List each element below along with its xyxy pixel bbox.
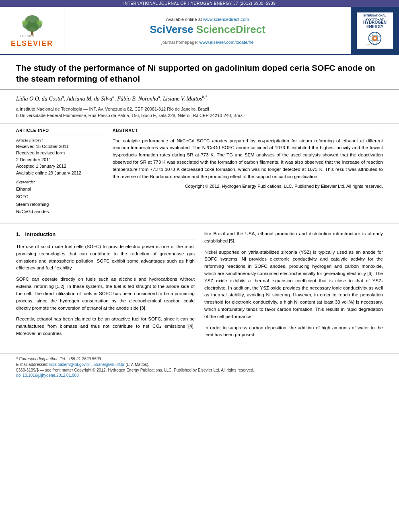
svg-point-5 — [22, 20, 28, 25]
header-center-block: Available online at www.sciencedirect.co… — [64, 7, 351, 54]
journal-homepage-text: journal homepage: www.elsevier.com/locat… — [161, 40, 253, 45]
accepted: Accepted 1 January 2012 — [16, 163, 105, 170]
abstract-heading: ABSTRACT — [113, 128, 383, 134]
article-info-block: ARTICLE INFO Article history: Received 1… — [16, 128, 105, 219]
svg-point-3 — [26, 23, 39, 32]
authors-section: Lídia O.O. da Costaa, Adriana M. da Silv… — [0, 90, 399, 123]
received-revised-date: 2 December 2011 — [16, 156, 105, 163]
received-1: Received 15 October 2011 — [16, 143, 105, 150]
intro-col2-paragraph-1: like Brazil and the USA, ethanol product… — [204, 230, 383, 245]
body-two-col: 1. Introduction The use of solid oxide f… — [16, 230, 383, 343]
elsevier-brand: ELSEVIER — [11, 39, 53, 48]
abstract-text: The catalytic performance of Ni/CeGd SOF… — [113, 138, 383, 181]
article-title-section: The study of the performance of Ni suppo… — [0, 55, 399, 90]
keywords-label: Keywords: — [16, 179, 105, 184]
body-right-col: like Brazil and the USA, ethanol product… — [204, 230, 383, 343]
abstract-block: ABSTRACT The catalytic performance of Ni… — [113, 128, 383, 219]
intro-paragraph-1: The use of solid oxide fuel cells (SOFC)… — [16, 243, 195, 272]
email-separator: , — [91, 362, 93, 367]
affiliation-a: a Instituto Nacional de Tecnologia — INT… — [16, 106, 383, 113]
elsevier-logo-block: ELSEVIER ELSEVIER — [0, 7, 64, 54]
journal-title-block: international journal of HYDROGEN ENERGY — [363, 14, 387, 29]
svg-point-10 — [374, 37, 376, 39]
journal-header: ELSEVIER ELSEVIER Available online at ww… — [0, 7, 399, 55]
keyword-3: Steam reforming — [16, 201, 105, 208]
journal-homepage-link[interactable]: www.elsevier.com/locate/he — [200, 40, 254, 45]
keywords-group: Keywords: Ethanol SOFC Steam reforming N… — [16, 179, 105, 216]
footer-email-line: E-mail addresses: lidia.oazem@int.gov.br… — [16, 362, 383, 367]
keyword-1: Ethanol — [16, 185, 105, 193]
corresponding-note: * Corresponding author. Tel.: +55 21 262… — [16, 357, 383, 361]
section-number: 1. — [16, 231, 21, 237]
authors-line: Lídia O.O. da Costaa, Adriana M. da Silv… — [16, 94, 383, 103]
body-left-col: 1. Introduction The use of solid oxide f… — [16, 230, 195, 343]
keyword-2: SOFC — [16, 193, 105, 201]
introduction-heading: 1. Introduction — [16, 230, 195, 240]
journal-logo-block: international journal of HYDROGEN ENERGY… — [351, 7, 399, 54]
available-online-text: Available online at www.sciencedirect.co… — [166, 17, 249, 22]
journal-intl: international — [363, 14, 387, 17]
footer-section: * Corresponding author. Tel.: +55 21 262… — [0, 353, 399, 381]
history-label: Article history: — [16, 138, 105, 142]
received-revised-label: Received in revised form — [16, 150, 105, 156]
affiliation-b: b Universidade Federal Fluminense, Rua P… — [16, 112, 383, 119]
email-person: (L.V. Mattos). — [125, 362, 149, 367]
intro-col2-paragraph-2: Nickel supported on yttria-stabilized zi… — [204, 249, 383, 320]
svg-point-6 — [36, 20, 43, 25]
intro-col2-paragraph-3: In order to suppress carbon deposition, … — [204, 325, 383, 339]
main-content: 1. Introduction The use of solid oxide f… — [0, 224, 399, 349]
article-info-heading: ARTICLE INFO — [16, 128, 105, 134]
email-1-link[interactable]: lidia.oazem@int.gov.br — [49, 362, 90, 367]
copyright-text: Copyright © 2012, Hydrogen Energy Public… — [113, 184, 383, 189]
intro-paragraph-3: Recently, ethanol has been claimed to be… — [16, 316, 195, 337]
svg-text:SciVerse: SciVerse — [366, 44, 373, 46]
info-abstract-section: ARTICLE INFO Article history: Received 1… — [0, 123, 399, 224]
email-label: E-mail addresses: — [16, 362, 48, 367]
affiliations: a Instituto Nacional de Tecnologia — INT… — [16, 106, 383, 119]
section-title: Introduction — [25, 231, 56, 237]
sciverse-logo: SciVerse ScienceDirect — [150, 23, 265, 36]
email-2-link[interactable]: lisiane@vm.uff.br — [93, 362, 124, 367]
elsevier-tree-icon: ELSEVIER — [16, 14, 48, 38]
journal-header-bar: INTERNATIONAL JOURNAL OF HYDROGEN ENERGY… — [0, 0, 399, 7]
footer-license-text: 0360-3199/$ — see front matter Copyright… — [16, 368, 383, 372]
journal-logo-icon: SciVerse — [363, 30, 387, 47]
intro-paragraph-2: SOFC can operate directly on fuels such … — [16, 276, 195, 312]
keyword-4: Ni/CeGd anodes — [16, 208, 105, 216]
available-online: Available online 29 January 2012 — [16, 170, 105, 177]
article-history-group: Article history: Received 15 October 201… — [16, 138, 105, 177]
svg-text:ELSEVIER: ELSEVIER — [20, 35, 34, 37]
journal-journal: journal of — [363, 17, 387, 21]
journal-energy: ENERGY — [363, 25, 387, 29]
journal-logo-inner: international journal of HYDROGEN ENERGY… — [357, 12, 393, 49]
footer-doi: doi:10.1016/j.ijhydene.2012.01.008 — [16, 373, 383, 378]
journal-hydrogen: HYDROGEN — [363, 20, 387, 25]
journal-citation: INTERNATIONAL JOURNAL OF HYDROGEN ENERGY… — [123, 1, 276, 6]
sciencedirect-link[interactable]: www.sciencedirect.com — [203, 17, 249, 22]
article-title: The study of the performance of Ni suppo… — [16, 62, 383, 84]
